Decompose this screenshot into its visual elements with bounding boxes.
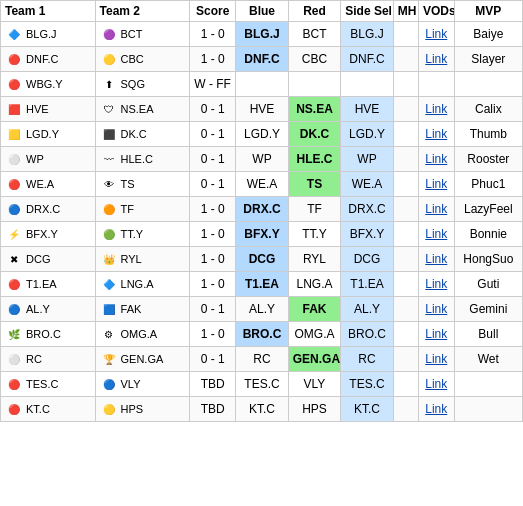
sideSel-cell <box>341 72 394 97</box>
vods-cell[interactable]: Link <box>418 247 454 272</box>
sideSel-cell: WP <box>341 147 394 172</box>
vods-cell[interactable]: Link <box>418 147 454 172</box>
team1-icon: ⚪ <box>5 150 23 168</box>
team2-name: HLE.C <box>121 153 153 165</box>
team1-icon: ⚡ <box>5 225 23 243</box>
score-cell: 1 - 0 <box>190 197 236 222</box>
team1-name: BLG.J <box>26 28 57 40</box>
vods-cell[interactable]: Link <box>418 322 454 347</box>
red-cell: HLE.C <box>288 147 341 172</box>
team1-cell: 🔴T1.EA <box>1 272 96 297</box>
vods-cell[interactable]: Link <box>418 347 454 372</box>
vods-cell[interactable]: Link <box>418 297 454 322</box>
vods-cell[interactable]: Link <box>418 97 454 122</box>
vods-cell[interactable]: Link <box>418 397 454 422</box>
red-cell: LNG.A <box>288 272 341 297</box>
blue-cell: BRO.C <box>236 322 289 347</box>
team1-name: HVE <box>26 103 49 115</box>
team2-name: LNG.A <box>121 278 154 290</box>
mh-cell <box>393 47 418 72</box>
team1-name: WE.A <box>26 178 54 190</box>
score-cell: 0 - 1 <box>190 122 236 147</box>
vods-cell[interactable]: Link <box>418 22 454 47</box>
sideSel-cell: TES.C <box>341 372 394 397</box>
table-row: 🌿BRO.C⚙OMG.A1 - 0BRO.COMG.ABRO.CLinkBull <box>1 322 523 347</box>
team1-icon: 🔴 <box>5 175 23 193</box>
team1-name: T1.EA <box>26 278 57 290</box>
mvp-cell: Rooster <box>454 147 522 172</box>
table-row: ⚪RC🏆GEN.GA0 - 1RCGEN.GARCLinkWet <box>1 347 523 372</box>
blue-cell: KT.C <box>236 397 289 422</box>
mh-cell <box>393 222 418 247</box>
team2-icon: 🛡 <box>100 100 118 118</box>
vods-cell[interactable]: Link <box>418 372 454 397</box>
vods-cell[interactable]: Link <box>418 172 454 197</box>
blue-cell: LGD.Y <box>236 122 289 147</box>
blue-cell: TES.C <box>236 372 289 397</box>
team2-cell: ⚙OMG.A <box>95 322 190 347</box>
team2-cell: ⬆SQG <box>95 72 190 97</box>
score-cell: 0 - 1 <box>190 97 236 122</box>
team1-icon: 🔵 <box>5 300 23 318</box>
table-row: 🔴T1.EA🔷LNG.A1 - 0T1.EALNG.AT1.EALinkGuti <box>1 272 523 297</box>
mvp-cell: Bonnie <box>454 222 522 247</box>
team2-name: RYL <box>121 253 142 265</box>
team2-name: TS <box>121 178 135 190</box>
mvp-cell: Baiye <box>454 22 522 47</box>
team2-name: CBC <box>121 53 144 65</box>
team2-icon: 🟦 <box>100 300 118 318</box>
table-row: 🔴KT.C🟡HPSTBDKT.CHPSKT.CLink <box>1 397 523 422</box>
vods-cell[interactable]: Link <box>418 272 454 297</box>
red-cell: GEN.GA <box>288 347 341 372</box>
team2-icon: 🟢 <box>100 225 118 243</box>
team2-cell: 🟦FAK <box>95 297 190 322</box>
team1-name: LGD.Y <box>26 128 59 140</box>
sideSel-cell: RC <box>341 347 394 372</box>
mh-cell <box>393 147 418 172</box>
team1-cell: 🔴DNF.C <box>1 47 96 72</box>
mh-cell <box>393 397 418 422</box>
vods-cell[interactable]: Link <box>418 197 454 222</box>
mh-cell <box>393 197 418 222</box>
mvp-cell: Guti <box>454 272 522 297</box>
vods-cell[interactable]: Link <box>418 47 454 72</box>
team1-name: WBG.Y <box>26 78 63 90</box>
mvp-cell: Gemini <box>454 297 522 322</box>
mvp-cell: HongSuo <box>454 247 522 272</box>
team2-icon: 🟡 <box>100 50 118 68</box>
header-score: Score <box>190 1 236 22</box>
team1-cell: ✖DCG <box>1 247 96 272</box>
team1-cell: 🟥HVE <box>1 97 96 122</box>
team2-cell: 🏆GEN.GA <box>95 347 190 372</box>
red-cell: HPS <box>288 397 341 422</box>
team1-icon: 🔷 <box>5 25 23 43</box>
team2-cell: 〰HLE.C <box>95 147 190 172</box>
team1-name: DRX.C <box>26 203 60 215</box>
team1-cell: 🔵AL.Y <box>1 297 96 322</box>
vods-cell[interactable]: Link <box>418 222 454 247</box>
table-header: Team 1 Team 2 Score Blue Red Side Sel MH… <box>1 1 523 22</box>
score-cell: 0 - 1 <box>190 172 236 197</box>
mvp-cell <box>454 372 522 397</box>
vods-cell[interactable] <box>418 72 454 97</box>
mvp-cell: Bull <box>454 322 522 347</box>
team1-name: BRO.C <box>26 328 61 340</box>
team1-icon: 🔴 <box>5 50 23 68</box>
team2-icon: 🔵 <box>100 375 118 393</box>
table-row: 🟥HVE🛡NS.EA0 - 1HVENS.EAHVELinkCalix <box>1 97 523 122</box>
team2-cell: 👑RYL <box>95 247 190 272</box>
red-cell: CBC <box>288 47 341 72</box>
team1-cell: 🔴KT.C <box>1 397 96 422</box>
team1-name: DNF.C <box>26 53 58 65</box>
table-row: 🔴TES.C🔵VLYTBDTES.CVLYTES.CLink <box>1 372 523 397</box>
vods-cell[interactable]: Link <box>418 122 454 147</box>
team1-icon: ✖ <box>5 250 23 268</box>
team1-name: DCG <box>26 253 50 265</box>
score-cell: 1 - 0 <box>190 47 236 72</box>
team1-name: AL.Y <box>26 303 50 315</box>
table-row: 🔴WBG.Y⬆SQGW - FF <box>1 72 523 97</box>
team1-cell: 🔵DRX.C <box>1 197 96 222</box>
blue-cell: DCG <box>236 247 289 272</box>
team1-icon: ⚪ <box>5 350 23 368</box>
blue-cell: RC <box>236 347 289 372</box>
